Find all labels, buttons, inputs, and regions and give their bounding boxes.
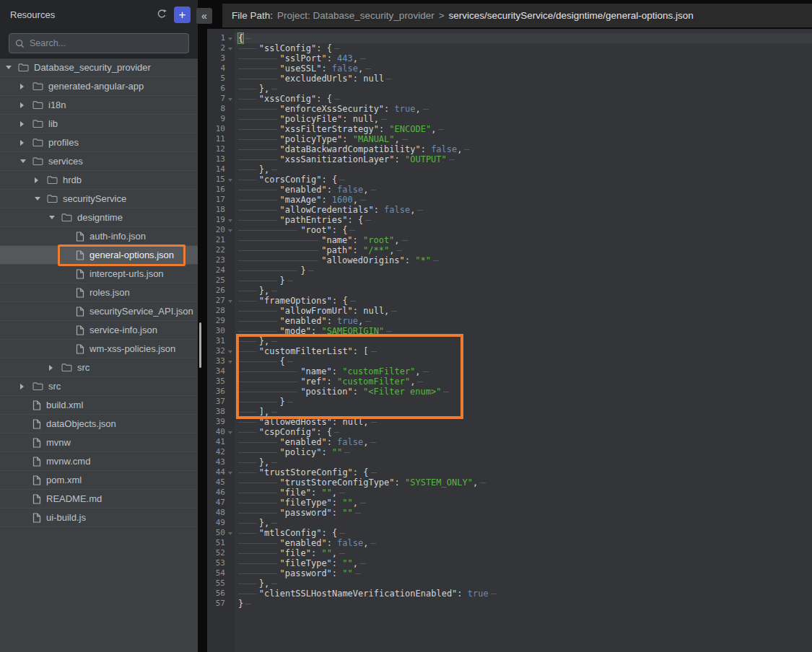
code-line-14[interactable]: 14}, (207, 164, 812, 175)
tree-item-src[interactable]: src (0, 358, 198, 377)
code-line-43[interactable]: 43}, (207, 457, 812, 467)
code-line-8[interactable]: 8"enforceXssSecurity": true, (207, 104, 812, 114)
fold-arrow-icon[interactable] (228, 532, 232, 535)
code-line-31[interactable]: 31}, (207, 336, 812, 346)
code-line-19[interactable]: 19"pathEntries": { (207, 215, 812, 225)
code-line-18[interactable]: 18"allowCredentials": false, (207, 205, 812, 215)
chevron-right-icon[interactable] (49, 365, 61, 371)
tree-item-mvnw-cmd[interactable]: mvnw.cmd (0, 452, 198, 471)
fold-arrow-icon[interactable] (228, 219, 232, 222)
code-line-36[interactable]: 36"position": "<Filter enum>" (207, 387, 812, 397)
code-line-25[interactable]: 25} (207, 276, 812, 286)
chevron-right-icon[interactable] (20, 84, 32, 89)
code-line-41[interactable]: 41"enabled": false, (207, 437, 812, 447)
code-line-53[interactable]: 53"fileType": "", (207, 558, 812, 568)
tree-item-roles-json[interactable]: roles.json (0, 283, 198, 302)
code-line-44[interactable]: 44"trustStoreConfig": { (207, 467, 812, 477)
tree-item-designtime[interactable]: designtime (0, 208, 198, 227)
code-line-54[interactable]: 54"password": "" (207, 568, 812, 578)
code-line-16[interactable]: 16"enabled": false, (207, 185, 812, 195)
code-line-45[interactable]: 45"trustStoreConfigType": "SYSTEM_ONLY", (207, 477, 812, 488)
fold-arrow-icon[interactable] (228, 300, 232, 303)
tree-item-service-info-json[interactable]: service-info.json (0, 321, 198, 340)
chevron-right-icon[interactable] (20, 384, 32, 389)
code-line-55[interactable]: 55}, (207, 578, 812, 589)
code-line-6[interactable]: 6}, (207, 84, 812, 94)
code-line-7[interactable]: 7"xssConfig": { (207, 94, 812, 104)
chevron-right-icon[interactable] (20, 140, 32, 146)
tree-item-securityservice[interactable]: securityService (0, 190, 198, 208)
code-line-35[interactable]: 35"ref": "customFilter", (207, 376, 812, 387)
tree-item-wm-xss-policies-json[interactable]: wm-xss-policies.json (0, 340, 198, 358)
tree-item-ui-build-js[interactable]: ui-build.js (0, 508, 198, 527)
chevron-down-icon[interactable] (35, 197, 47, 201)
fold-arrow-icon[interactable] (228, 98, 232, 101)
code-line-20[interactable]: 20"root": { (207, 225, 812, 235)
code-line-2[interactable]: 2"sslConfig": { (207, 43, 812, 53)
tree-item-services[interactable]: services (0, 152, 198, 171)
code-line-13[interactable]: 13"xssSanitizationLayer": "OUTPUT" (207, 154, 812, 164)
tree-item-securityservice-api-json[interactable]: securityService_API.json (0, 302, 198, 321)
code-line-52[interactable]: 52"file": "", (207, 548, 812, 558)
code-line-24[interactable]: 24} (207, 265, 812, 276)
code-line-15[interactable]: 15"corsConfig": { (207, 175, 812, 185)
tree-item-readme-md[interactable]: README.md (0, 490, 198, 508)
code-line-34[interactable]: 34"name": "customFilter", (207, 366, 812, 376)
fold-arrow-icon[interactable] (228, 431, 232, 434)
code-line-11[interactable]: 11"policyType": "MANUAL", (207, 134, 812, 144)
fold-arrow-icon[interactable] (228, 361, 232, 364)
collapse-panel-button[interactable]: « (196, 8, 212, 24)
chevron-down-icon[interactable] (6, 66, 18, 69)
code-line-4[interactable]: 4"useSSL": false, (207, 63, 812, 74)
code-line-1[interactable]: 1{ (207, 33, 812, 43)
code-line-49[interactable]: 49}, (207, 518, 812, 528)
fold-arrow-icon[interactable] (228, 472, 232, 475)
code-line-33[interactable]: 33{ (207, 356, 812, 366)
tree-item-auth-info-json[interactable]: auth-info.json (0, 227, 198, 246)
code-line-42[interactable]: 42"policy": "" (207, 447, 812, 457)
code-line-47[interactable]: 47"fileType": "", (207, 498, 812, 508)
code-line-51[interactable]: 51"enabled": false, (207, 538, 812, 548)
code-line-9[interactable]: 9"policyFile": null, (207, 114, 812, 124)
code-line-32[interactable]: 32"customFilterList": [ (207, 346, 812, 356)
panel-divider[interactable] (198, 0, 207, 652)
tree-item-dataobjects-json[interactable]: dataObjects.json (0, 415, 198, 433)
code-line-21[interactable]: 21"name": "root", (207, 235, 812, 245)
fold-arrow-icon[interactable] (228, 48, 232, 50)
fold-arrow-icon[interactable] (228, 351, 232, 353)
tree-item-generated-angular-app[interactable]: generated-angular-app (0, 77, 198, 96)
tree-item-profiles[interactable]: profiles (0, 133, 198, 152)
code-line-5[interactable]: 5"excludedUrls": null (207, 74, 812, 84)
add-button[interactable]: + (174, 6, 191, 23)
code-line-50[interactable]: 50"mtlsConfig": { (207, 528, 812, 538)
tree-item-pom-xml[interactable]: pom.xml (0, 471, 198, 490)
tree-item-general-options-json[interactable]: general-options.json (0, 246, 198, 265)
tree-item-intercept-urls-json[interactable]: intercept-urls.json (0, 265, 198, 283)
code-line-23[interactable]: 23"allowedOrigins": "*" (207, 255, 812, 265)
code-line-48[interactable]: 48"password": "" (207, 508, 812, 518)
code-line-46[interactable]: 46"file": "", (207, 488, 812, 498)
code-line-17[interactable]: 17"maxAge": 1600, (207, 195, 812, 205)
tree-item-hrdb[interactable]: hrdb (0, 171, 198, 190)
code-line-30[interactable]: 30"mode": "SAMEORIGIN" (207, 326, 812, 336)
fold-arrow-icon[interactable] (228, 229, 232, 232)
code-line-37[interactable]: 37} (207, 397, 812, 407)
search-input[interactable] (30, 38, 183, 48)
code-line-28[interactable]: 28"allowFromUrl": null, (207, 306, 812, 316)
chevron-down-icon[interactable] (49, 216, 61, 219)
code-line-29[interactable]: 29"enabled": true, (207, 316, 812, 326)
code-line-27[interactable]: 27"frameOptions": { (207, 296, 812, 306)
tree-item-mvnw[interactable]: mvnw (0, 433, 198, 452)
chevron-right-icon[interactable] (20, 121, 32, 127)
refresh-icon[interactable] (154, 6, 170, 22)
tree-item-database-security-provider[interactable]: Database_security_provider (0, 58, 198, 77)
code-line-40[interactable]: 40"cspConfig": { (207, 427, 812, 437)
tree-item-lib[interactable]: lib (0, 115, 198, 133)
chevron-right-icon[interactable] (35, 177, 47, 183)
tree-item-src[interactable]: src (0, 377, 198, 396)
chevron-down-icon[interactable] (20, 159, 32, 163)
tree-item-i18n[interactable]: i18n (0, 96, 198, 115)
code-line-38[interactable]: 38], (207, 407, 812, 417)
tree-item-build-xml[interactable]: build.xml (0, 396, 198, 415)
code-editor[interactable]: 1{2"sslConfig": {3"sslPort": 443,4"useSS… (207, 29, 812, 652)
